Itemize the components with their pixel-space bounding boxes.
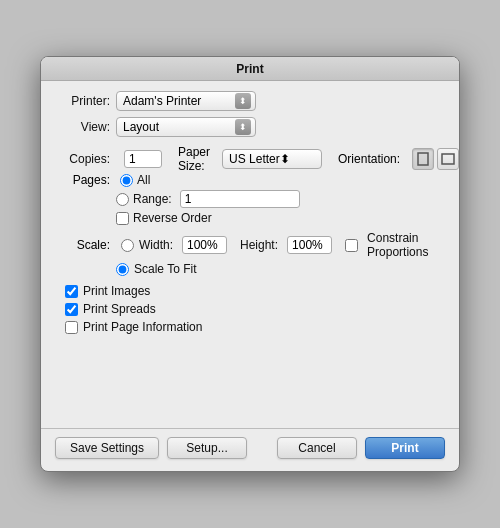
setup-button[interactable]: Setup... bbox=[167, 437, 247, 459]
print-images-label: Print Images bbox=[83, 284, 150, 298]
constrain-checkbox[interactable] bbox=[345, 239, 358, 252]
range-input[interactable] bbox=[180, 190, 300, 208]
save-settings-button[interactable]: Save Settings bbox=[55, 437, 159, 459]
view-select-arrow: ⬍ bbox=[235, 119, 251, 135]
copies-label: Copies: bbox=[55, 152, 110, 166]
height-input[interactable] bbox=[287, 236, 332, 254]
view-select[interactable]: Layout ⬍ bbox=[116, 117, 256, 137]
print-spreads-row: Print Spreads bbox=[65, 302, 445, 316]
printer-row: Printer: Adam's Printer ⬍ bbox=[55, 91, 445, 111]
copies-row: Copies: Paper Size: US Letter ⬍ Orientat… bbox=[55, 145, 445, 173]
orientation-label: Orientation: bbox=[338, 152, 400, 166]
paper-size-value: US Letter bbox=[229, 152, 280, 166]
width-label: Width: bbox=[139, 238, 173, 252]
landscape-icon bbox=[441, 153, 455, 165]
print-dialog: Print Printer: Adam's Printer ⬍ View: La… bbox=[40, 56, 460, 472]
pages-all-radio[interactable] bbox=[120, 174, 133, 187]
pages-all-label: All bbox=[137, 173, 150, 187]
reverse-order-checkbox[interactable] bbox=[116, 212, 129, 225]
bottom-right-buttons: Cancel Print bbox=[277, 437, 445, 459]
dialog-title: Print bbox=[41, 57, 459, 81]
reverse-order-row: Reverse Order bbox=[116, 211, 445, 225]
printer-select-value: Adam's Printer bbox=[123, 94, 231, 108]
reverse-order-label: Reverse Order bbox=[133, 211, 212, 225]
view-select-value: Layout bbox=[123, 120, 231, 134]
pages-range-radio[interactable] bbox=[116, 193, 129, 206]
print-page-info-checkbox[interactable] bbox=[65, 321, 78, 334]
bottom-left-buttons: Save Settings Setup... bbox=[55, 437, 247, 459]
scale-label: Scale: bbox=[55, 238, 110, 252]
print-spreads-checkbox[interactable] bbox=[65, 303, 78, 316]
pages-range-row: Range: bbox=[116, 190, 445, 208]
spacer bbox=[55, 338, 445, 418]
cancel-button[interactable]: Cancel bbox=[277, 437, 357, 459]
pages-label: Pages: bbox=[55, 173, 110, 187]
view-label: View: bbox=[55, 120, 110, 134]
print-page-info-row: Print Page Information bbox=[65, 320, 445, 334]
paper-size-label: Paper Size: bbox=[178, 145, 210, 173]
svg-rect-1 bbox=[442, 154, 454, 164]
landscape-button[interactable] bbox=[437, 148, 459, 170]
print-images-checkbox[interactable] bbox=[65, 285, 78, 298]
scale-width-radio[interactable] bbox=[121, 239, 134, 252]
print-button[interactable]: Print bbox=[365, 437, 445, 459]
print-page-info-label: Print Page Information bbox=[83, 320, 202, 334]
constrain-label: Constrain Proportions bbox=[367, 231, 445, 259]
portrait-button[interactable] bbox=[412, 148, 434, 170]
pages-section: Pages: All Range: Reverse Order bbox=[55, 173, 445, 225]
printer-select-arrow: ⬍ bbox=[235, 93, 251, 109]
print-spreads-label: Print Spreads bbox=[83, 302, 156, 316]
dialog-body: Printer: Adam's Printer ⬍ View: Layout ⬍… bbox=[41, 81, 459, 428]
height-label: Height: bbox=[240, 238, 278, 252]
bottom-buttons: Save Settings Setup... Cancel Print bbox=[41, 429, 459, 471]
scale-to-fit-label: Scale To Fit bbox=[134, 262, 196, 276]
orientation-buttons bbox=[412, 148, 459, 170]
print-images-row: Print Images bbox=[65, 284, 445, 298]
pages-all-row: Pages: All bbox=[55, 173, 445, 187]
copies-input[interactable] bbox=[124, 150, 162, 168]
portrait-icon bbox=[417, 152, 429, 166]
scale-to-fit-radio[interactable] bbox=[116, 263, 129, 276]
printer-label: Printer: bbox=[55, 94, 110, 108]
width-input[interactable] bbox=[182, 236, 227, 254]
printer-select[interactable]: Adam's Printer ⬍ bbox=[116, 91, 256, 111]
svg-rect-0 bbox=[418, 153, 428, 165]
paper-size-arrow: ⬍ bbox=[280, 152, 290, 166]
scale-to-fit-row: Scale To Fit bbox=[116, 262, 445, 276]
view-row: View: Layout ⬍ bbox=[55, 117, 445, 137]
scale-row: Scale: Width: Height: Constrain Proporti… bbox=[55, 231, 445, 259]
paper-size-select[interactable]: US Letter ⬍ bbox=[222, 149, 322, 169]
scale-section: Scale: Width: Height: Constrain Proporti… bbox=[55, 231, 445, 276]
range-label: Range: bbox=[133, 192, 172, 206]
